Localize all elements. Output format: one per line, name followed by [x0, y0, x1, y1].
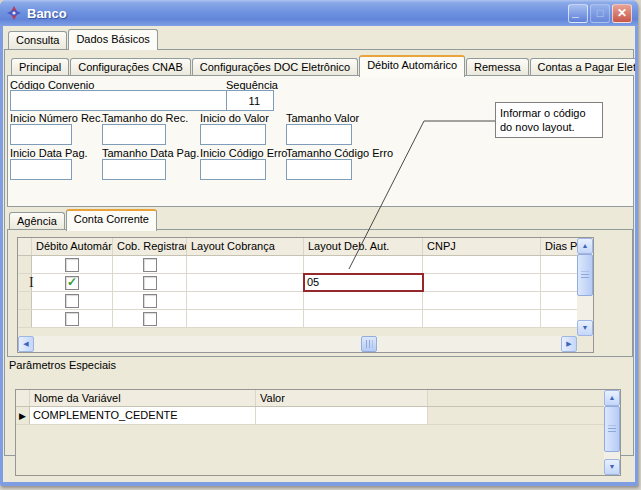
inner-tabstrip: Principal Configurações CNAB Configuraçõ…: [11, 55, 635, 76]
tamanho-do-rec-input[interactable]: [102, 124, 166, 145]
table-row[interactable]: [18, 310, 577, 328]
accounts-grid: Débito Automárico Cob. Registrada Layout…: [17, 237, 594, 353]
minimize-icon: _: [572, 4, 579, 21]
column-header-layout-deb-aut[interactable]: Layout Deb. Aut.: [304, 238, 423, 255]
tab-conta-corrente[interactable]: Conta Corrente: [66, 209, 157, 231]
checkbox-unchecked[interactable]: [143, 294, 157, 308]
current-row-pointer-icon: ▶: [19, 411, 26, 421]
table-row[interactable]: I✓05: [18, 274, 577, 292]
minimize-button[interactable]: _: [568, 4, 588, 23]
accounts-grid-header: Débito Automárico Cob. Registrada Layout…: [18, 238, 577, 256]
row-selector[interactable]: [18, 292, 32, 309]
checkbox-checked[interactable]: ✓: [65, 276, 79, 290]
titlebar[interactable]: Banco _ □ ✕: [0, 0, 638, 26]
column-header-nome-da-variavel[interactable]: Nome da Variável: [30, 390, 256, 406]
row-selector[interactable]: I: [18, 274, 32, 291]
tab-configuracoes-cnab[interactable]: Configurações CNAB: [70, 58, 191, 76]
tamanho-codigo-erro-input[interactable]: [286, 159, 352, 180]
scroll-up-icon[interactable]: ▲: [577, 238, 593, 254]
grid-cell[interactable]: [541, 292, 577, 309]
grid-cell[interactable]: [187, 256, 304, 273]
checkbox-unchecked[interactable]: [143, 312, 157, 326]
inicio-do-valor-input[interactable]: [200, 124, 266, 145]
column-header-cob-registrada[interactable]: Cob. Registrada: [113, 238, 187, 255]
checkbox-unchecked[interactable]: [143, 258, 157, 272]
table-row[interactable]: ▶COMPLEMENTO_CEDENTE: [16, 407, 604, 425]
grid-cell[interactable]: [113, 274, 187, 291]
grid-cell[interactable]: [423, 256, 541, 273]
grid-cell[interactable]: [113, 256, 187, 273]
grid-cell[interactable]: [423, 292, 541, 309]
scroll-down-icon[interactable]: ▼: [577, 320, 593, 336]
tab-dados-basicos[interactable]: Dados Básicos: [68, 29, 157, 50]
tab-principal[interactable]: Principal: [11, 58, 69, 76]
tamanho-valor-input[interactable]: [286, 124, 352, 145]
accounts-grid-vertical-scrollbar[interactable]: ▲ ▼: [577, 238, 593, 336]
grid-cell[interactable]: [423, 310, 541, 327]
column-header-valor[interactable]: Valor: [256, 390, 428, 406]
tab-consulta[interactable]: Consulta: [8, 31, 67, 49]
grid-cell[interactable]: ✓: [32, 274, 113, 291]
horizontal-scroll-thumb[interactable]: [361, 336, 377, 352]
inicio-codigo-erro-input[interactable]: [200, 159, 266, 180]
maximize-button[interactable]: □: [590, 4, 610, 23]
app-icon: [6, 5, 22, 21]
grid-cell[interactable]: [304, 292, 423, 309]
grid-cell[interactable]: [32, 310, 113, 327]
close-button[interactable]: ✕: [612, 4, 632, 23]
table-row[interactable]: [18, 256, 577, 274]
row-selector[interactable]: [18, 310, 32, 327]
sequencia-input[interactable]: [226, 90, 274, 111]
page-debito-automatico: Código Convenio Sequência Inicio Número …: [7, 75, 634, 207]
grid-cell[interactable]: [32, 256, 113, 273]
grid-cell[interactable]: [541, 256, 577, 273]
grid-cell[interactable]: [541, 274, 577, 291]
grid-cell[interactable]: [187, 292, 304, 309]
parametros-grid: Nome da Variável Valor ▶COMPLEMENTO_CEDE…: [15, 389, 621, 476]
scroll-right-icon[interactable]: ▶: [561, 336, 577, 352]
grid-cell[interactable]: 05: [304, 274, 423, 291]
grid-cell[interactable]: [304, 256, 423, 273]
grid-cell[interactable]: [187, 274, 304, 291]
grid-cell[interactable]: [256, 407, 428, 424]
tamanho-data-pag-input[interactable]: [102, 159, 166, 180]
checkbox-unchecked[interactable]: [65, 294, 79, 308]
scroll-left-icon[interactable]: ◀: [18, 336, 34, 352]
vertical-scroll-thumb[interactable]: [604, 406, 620, 452]
checkbox-unchecked[interactable]: [65, 258, 79, 272]
column-header-layout-cobranca[interactable]: Layout Cobrança: [187, 238, 304, 255]
accounts-grid-horizontal-scrollbar[interactable]: ◀ ▶: [18, 336, 577, 352]
grid-cell[interactable]: [113, 292, 187, 309]
column-header-cnpj[interactable]: CNPJ: [423, 238, 541, 255]
checkbox-unchecked[interactable]: [143, 276, 157, 290]
scroll-down-icon[interactable]: ▼: [604, 459, 620, 475]
inicio-data-pag-input[interactable]: [10, 159, 72, 180]
codigo-convenio-input[interactable]: [10, 90, 227, 111]
grid-cell[interactable]: [304, 310, 423, 327]
tamanho-valor-label: Tamanho Valor: [286, 112, 359, 124]
inicio-numero-rec-input[interactable]: [10, 124, 72, 145]
table-row[interactable]: [18, 292, 577, 310]
tab-agencia[interactable]: Agência: [9, 212, 65, 230]
parametros-grid-vertical-scrollbar[interactable]: ▲ ▼: [604, 390, 620, 475]
checkbox-unchecked[interactable]: [65, 312, 79, 326]
grid-cell[interactable]: [187, 310, 304, 327]
row-selector[interactable]: ▶: [16, 407, 30, 424]
tamanho-do-rec-label: Tamanho do Rec.: [102, 112, 188, 124]
grid-cell[interactable]: [32, 292, 113, 309]
column-header-dias-prot[interactable]: Dias Prot.: [541, 238, 577, 255]
grid-cell[interactable]: [423, 274, 541, 291]
row-selector[interactable]: [18, 256, 32, 273]
grid-cell[interactable]: [541, 310, 577, 327]
grid-cell[interactable]: [113, 310, 187, 327]
vertical-scroll-thumb[interactable]: [577, 254, 593, 296]
tab-debito-automatico[interactable]: Débito Automárico: [359, 55, 465, 77]
tab-contas-a-pagar-eletronico[interactable]: Contas a Pagar Eletônico: [530, 58, 635, 76]
tab-configuracoes-doc-eletronico[interactable]: Configurações DOC Eletrônico: [192, 58, 358, 76]
tab-remessa[interactable]: Remessa: [466, 58, 528, 76]
scroll-up-icon[interactable]: ▲: [604, 390, 620, 406]
inicio-data-pag-label: Inicio Data Pag.: [10, 147, 88, 159]
grid-cell[interactable]: COMPLEMENTO_CEDENTE: [30, 407, 256, 424]
row-selector-header: [18, 238, 32, 255]
column-header-debito-automatico[interactable]: Débito Automárico: [32, 238, 113, 255]
